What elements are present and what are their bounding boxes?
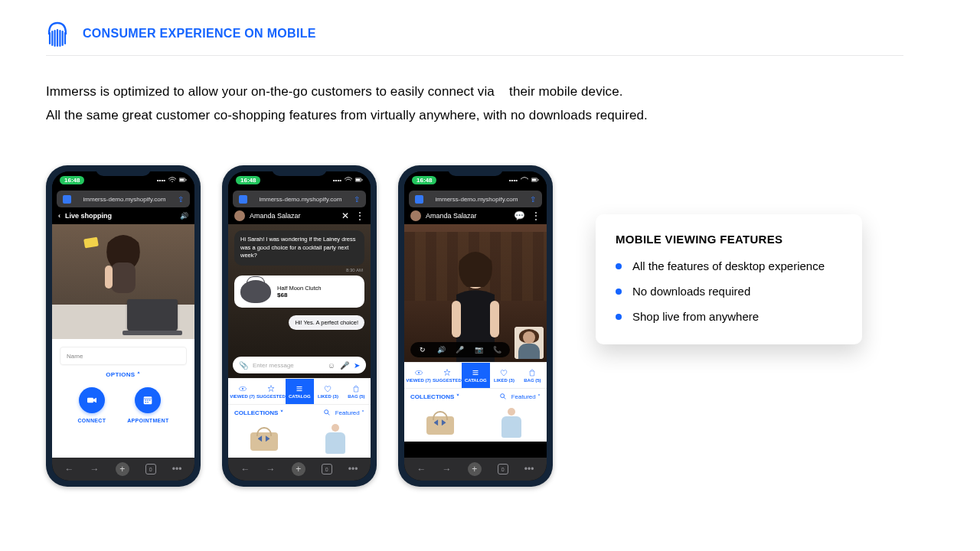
back-nav-icon[interactable]: ← <box>65 464 74 474</box>
chevron-down-icon: ˅ <box>537 393 541 400</box>
tabs-count-icon[interactable]: 0 <box>498 464 508 474</box>
more-icon[interactable]: ••• <box>524 464 534 474</box>
tab-bag[interactable]: BAG (5) <box>342 379 371 404</box>
svg-rect-12 <box>105 266 113 289</box>
reload-icon[interactable]: ↻ <box>418 346 427 354</box>
forward-nav-icon[interactable]: → <box>266 464 276 474</box>
svg-rect-24 <box>362 179 363 180</box>
mic-icon[interactable]: 🎤 <box>456 346 465 354</box>
back-nav-icon[interactable]: ← <box>417 464 426 474</box>
host-name: Amanda Salazar <box>250 212 301 220</box>
forward-nav-icon[interactable]: → <box>90 464 100 474</box>
options-toggle[interactable]: OPTIONS ˄ <box>106 371 140 378</box>
new-tab-icon[interactable]: + <box>292 462 305 476</box>
share-icon[interactable]: ⇪ <box>178 195 184 204</box>
wifi-icon <box>345 177 352 183</box>
catalog-tabs: VIEWED (7) SUGGESTED CATALOG LIKED (3) B… <box>404 362 547 388</box>
svg-rect-23 <box>356 179 361 181</box>
emoji-icon[interactable]: ☺ <box>328 361 335 370</box>
svg-line-44 <box>504 397 505 399</box>
speaker-icon[interactable]: 🔊 <box>437 346 446 354</box>
tab-suggested[interactable]: SUGGESTED <box>433 363 462 388</box>
svg-point-26 <box>242 388 243 390</box>
phone-3: 16:48 •••• immerss-demo.myshopify.com ⇪ <box>398 165 553 487</box>
product-thumb[interactable] <box>228 421 299 458</box>
brand-header: CONSUMER EXPERIENCE ON MOBILE <box>46 20 934 47</box>
feature-item: No downloads required <box>616 285 842 298</box>
kebab-icon[interactable]: ⋮ <box>531 210 541 221</box>
featured-dropdown[interactable]: Featured ˅ <box>511 393 541 400</box>
featured-dropdown[interactable]: Featured ˅ <box>335 409 364 416</box>
product-thumb[interactable] <box>475 405 547 442</box>
new-tab-icon[interactable]: + <box>468 462 482 476</box>
back-icon[interactable]: ‹ <box>58 212 60 220</box>
time-pill: 16:48 <box>412 176 436 184</box>
product-thumb[interactable] <box>299 421 371 458</box>
more-icon[interactable]: ••• <box>172 464 182 474</box>
collections-row: COLLECTIONS˅ Featured ˅ <box>404 388 547 405</box>
collections-dropdown[interactable]: COLLECTIONS˅ <box>234 409 283 416</box>
call-controls: ↻ 🔊 🎤 📷 📞 <box>410 342 510 357</box>
end-call-icon[interactable]: 📞 <box>493 346 502 354</box>
self-video-pip[interactable] <box>514 327 544 359</box>
feature-card: MOBILE VIEWING FEATURES All the features… <box>596 214 862 344</box>
close-icon[interactable]: ✕ <box>341 210 349 221</box>
svg-rect-18 <box>148 400 149 401</box>
back-nav-icon[interactable]: ← <box>241 464 250 474</box>
share-icon[interactable]: ⇪ <box>530 195 536 204</box>
product-thumb[interactable] <box>404 405 475 442</box>
tab-viewed[interactable]: VIEWED (7) <box>228 379 256 404</box>
share-icon[interactable]: ⇪ <box>354 195 360 204</box>
browser-url-bar[interactable]: immerss-demo.myshopify.com ⇪ <box>409 191 542 207</box>
name-input[interactable]: Name <box>60 347 187 365</box>
battery-icon <box>179 177 187 183</box>
svg-rect-13 <box>87 398 93 403</box>
svg-point-43 <box>500 393 504 397</box>
message-input[interactable]: 📎 Enter message ☺ 🎤 ➤ <box>233 357 366 373</box>
chevron-down-icon: ˅ <box>361 409 364 416</box>
svg-rect-21 <box>148 402 149 403</box>
hero-video <box>52 224 194 339</box>
product-card[interactable]: Half Moon Clutch $68 <box>234 276 364 308</box>
chat-header: Amanda Salazar ✕ ⋮ <box>228 207 371 224</box>
more-icon[interactable]: ••• <box>348 464 358 474</box>
feature-item: All the features of desktop experience <box>616 259 842 272</box>
product-name: Half Moon Clutch <box>277 285 322 292</box>
collections-row: COLLECTIONS˅ Featured ˅ <box>228 404 371 421</box>
tab-catalog[interactable]: CATALOG <box>462 363 490 388</box>
attachment-icon[interactable]: 📎 <box>239 361 248 370</box>
tab-liked[interactable]: LIKED (3) <box>490 363 518 388</box>
new-tab-icon[interactable]: + <box>116 462 129 476</box>
time-pill: 16:48 <box>236 176 260 184</box>
svg-rect-37 <box>490 301 499 337</box>
page-title: CONSUMER EXPERIENCE ON MOBILE <box>83 27 316 41</box>
tab-suggested[interactable]: SUGGESTED <box>256 379 286 404</box>
forward-nav-icon[interactable]: → <box>443 464 452 474</box>
collections-dropdown[interactable]: COLLECTIONS˅ <box>410 393 459 400</box>
camera-icon[interactable]: 📷 <box>474 346 483 354</box>
browser-url-bar[interactable]: immerss-demo.myshopify.com ⇪ <box>233 191 366 207</box>
send-icon[interactable]: ➤ <box>354 361 360 370</box>
tab-bag[interactable]: BAG (5) <box>518 363 547 388</box>
mic-icon[interactable]: 🎤 <box>340 361 349 370</box>
browser-url-bar[interactable]: immerss-demo.myshopify.com ⇪ <box>57 191 190 207</box>
appointment-button[interactable]: APPOINTMENT <box>127 387 168 423</box>
chat-bubble-icon[interactable]: 💬 <box>514 210 525 221</box>
tabs-count-icon[interactable]: 0 <box>322 464 332 474</box>
name-placeholder: Name <box>67 353 83 360</box>
kebab-icon[interactable]: ⋮ <box>355 210 364 221</box>
phone-notch <box>96 165 151 176</box>
tabs-count-icon[interactable]: 0 <box>145 464 156 474</box>
svg-rect-17 <box>145 400 146 401</box>
phone-notch <box>272 165 327 176</box>
tab-liked[interactable]: LIKED (3) <box>314 379 342 404</box>
browser-bottom-nav: ← → + 0 ••• <box>52 458 194 481</box>
products-row <box>404 405 547 442</box>
connect-button[interactable]: CONNECT <box>78 387 106 423</box>
feature-item: Shop live from anywhere <box>616 310 842 323</box>
search-icon[interactable] <box>499 393 507 402</box>
tab-catalog[interactable]: CATALOG <box>286 379 314 404</box>
volume-icon[interactable]: 🔊 <box>180 212 188 220</box>
search-icon[interactable] <box>323 409 331 418</box>
tab-viewed[interactable]: VIEWED (7) <box>404 363 433 388</box>
